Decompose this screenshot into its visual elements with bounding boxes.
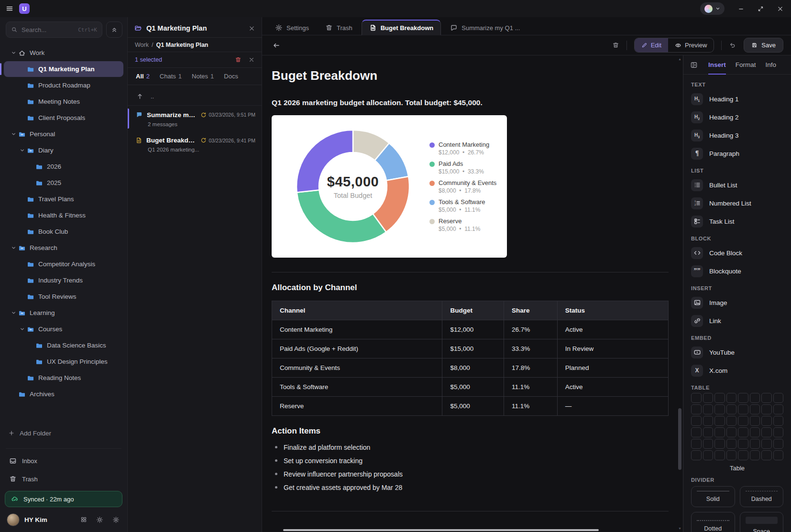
sidebar-item-ux-design-principles[interactable]: UX Design Principles — [4, 354, 123, 369]
sidebar-item-q1-marketing-plan[interactable]: Q1 Marketing Plan — [4, 61, 123, 77]
sidebar-item-trash[interactable]: Trash — [0, 470, 127, 488]
sidebar-item-industry-trends[interactable]: Industry Trends — [4, 272, 123, 288]
table-grid-cell[interactable] — [738, 450, 748, 460]
sidebar-item-inbox[interactable]: Inbox — [0, 452, 127, 470]
table-grid-cell[interactable] — [773, 416, 784, 426]
table-grid-cell[interactable] — [714, 427, 725, 437]
close-button[interactable] — [777, 6, 783, 12]
divider-solid-button[interactable]: Solid — [691, 486, 735, 507]
insert-item-paragraph[interactable]: ¶Paragraph — [691, 144, 783, 163]
table-grid-cell[interactable] — [691, 404, 702, 414]
chevron-down-icon[interactable] — [9, 310, 18, 315]
breadcrumb-parent[interactable]: Work — [135, 42, 149, 48]
table-grid-cell[interactable] — [738, 439, 748, 449]
minimize-button[interactable] — [738, 6, 744, 12]
table-size-picker[interactable] — [691, 393, 783, 460]
sidebar-item-courses[interactable]: Courses — [4, 321, 123, 337]
table-row[interactable]: Content Marketing$12,00026.7%Active — [272, 320, 669, 339]
divider-space-button[interactable]: Space — [740, 512, 784, 532]
back-button[interactable] — [273, 42, 280, 49]
sidebar-item-personal[interactable]: Personal — [4, 126, 123, 142]
theme-sun-icon[interactable] — [96, 516, 103, 523]
chevron-down-icon[interactable] — [9, 245, 18, 250]
table-grid-cell[interactable] — [773, 404, 784, 414]
table-grid-cell[interactable] — [703, 439, 714, 449]
undo-icon[interactable] — [729, 42, 736, 49]
insert-item-code-block[interactable]: Code Block — [691, 244, 783, 262]
inspector-tab-info[interactable]: Info — [766, 55, 777, 75]
insert-item-youtube[interactable]: YouTube — [691, 343, 783, 361]
insert-item-blockquote[interactable]: ””Blockquote — [691, 262, 783, 280]
sidebar-item-2025[interactable]: 2025 — [4, 175, 123, 191]
sidebar-item-2026[interactable]: 2026 — [4, 159, 123, 174]
search-input[interactable]: Search... Ctrl+K — [6, 22, 102, 38]
action-item[interactable]: Set up conversion tracking — [272, 457, 669, 464]
sidebar-item-book-club[interactable]: Book Club — [4, 224, 123, 239]
save-button[interactable]: Save — [744, 38, 783, 53]
action-item[interactable]: Get creative assets approved by Mar 28 — [272, 484, 669, 491]
table-grid-cell[interactable] — [714, 416, 725, 426]
account-menu[interactable] — [700, 2, 725, 15]
table-grid-cell[interactable] — [750, 416, 760, 426]
sidebar-item-meeting-notes[interactable]: Meeting Notes — [4, 94, 123, 109]
filter-tab-notes[interactable]: Notes1 — [192, 73, 214, 80]
insert-item-numbered-list[interactable]: 12Numbered List — [691, 194, 783, 212]
insert-item-bullet-list[interactable]: Bullet List — [691, 176, 783, 194]
table-grid-cell[interactable] — [726, 404, 737, 414]
table-header-channel[interactable]: Channel — [272, 301, 442, 320]
divider-dotted-button[interactable]: Dotted — [691, 512, 735, 532]
settings-gear-icon[interactable] — [112, 516, 120, 523]
table-grid-cell[interactable] — [691, 439, 702, 449]
go-up-row[interactable]: .. — [128, 87, 262, 106]
add-folder-button[interactable]: Add Folder — [0, 424, 127, 442]
sidebar-item-competitor-analysis[interactable]: Competitor Analysis — [4, 256, 123, 272]
insert-item-task-list[interactable]: Task List — [691, 212, 783, 230]
vertical-scrollbar[interactable]: ▲ ▼ — [677, 55, 683, 532]
horizontal-scrollbar-thumb[interactable] — [283, 529, 599, 531]
insert-item-x-com[interactable]: XX.com — [691, 361, 783, 380]
sidebar-item-archives[interactable]: Archives — [4, 386, 123, 402]
sidebar-item-learning[interactable]: Learning — [4, 305, 123, 321]
chevron-down-icon[interactable] — [9, 131, 18, 137]
sidebar-item-data-science-basics[interactable]: Data Science Basics — [4, 337, 123, 353]
table-grid-cell[interactable] — [714, 439, 725, 449]
table-grid-cell[interactable] — [761, 393, 772, 403]
table-grid-cell[interactable] — [750, 450, 760, 460]
chevron-down-icon[interactable] — [9, 50, 18, 55]
section-heading-allocation[interactable]: Allocation by Channel — [272, 283, 669, 293]
table-grid-cell[interactable] — [761, 404, 772, 414]
inspector-tab-format[interactable]: Format — [736, 55, 756, 75]
sidebar-item-reading-notes[interactable]: Reading Notes — [4, 370, 123, 386]
table-grid-cell[interactable] — [773, 439, 784, 449]
delete-selected-icon[interactable] — [235, 56, 242, 63]
table-grid-cell[interactable] — [691, 393, 702, 403]
collapse-sidebar-button[interactable] — [106, 22, 122, 38]
sync-status[interactable]: Synced · 22m ago — [5, 491, 122, 507]
insert-item-image[interactable]: Image — [691, 293, 783, 312]
allocation-table[interactable]: ChannelBudgetShareStatusContent Marketin… — [272, 301, 669, 416]
table-grid-cell[interactable] — [738, 427, 748, 437]
table-grid-cell[interactable] — [691, 427, 702, 437]
sidebar-item-work[interactable]: Work — [4, 45, 123, 61]
table-header-budget[interactable]: Budget — [442, 301, 504, 320]
table-grid-cell[interactable] — [750, 427, 760, 437]
action-item[interactable]: Finalize ad platform selection — [272, 444, 669, 451]
donut-slice-content-marketing[interactable] — [297, 130, 353, 193]
list-item-buget-breakdown[interactable]: Buget Breakdown03/23/2026, 9:41 PMQ1 202… — [128, 131, 262, 157]
table-grid-cell[interactable] — [726, 427, 737, 437]
tab-settings[interactable]: Settings — [268, 21, 316, 35]
table-grid-cell[interactable] — [738, 404, 748, 414]
edit-mode-button[interactable]: Edit — [635, 38, 668, 52]
filter-tab-all[interactable]: All2 — [136, 73, 150, 80]
sidebar-item-diary[interactable]: Diary — [4, 142, 123, 158]
tab-trash[interactable]: Trash — [318, 21, 360, 35]
filter-tab-docs[interactable]: Docs — [224, 73, 238, 80]
table-grid-cell[interactable] — [714, 450, 725, 460]
donut-slice-paid-ads[interactable] — [297, 190, 386, 243]
preview-mode-button[interactable]: Preview — [668, 38, 714, 52]
document-intro[interactable]: Q1 2026 marketing budget allocation. Tot… — [272, 98, 669, 107]
filter-tab-chats[interactable]: Chats1 — [160, 73, 182, 80]
table-grid-cell[interactable] — [738, 416, 748, 426]
clear-selection-icon[interactable] — [249, 57, 254, 63]
workspace-grid-icon[interactable] — [80, 516, 87, 523]
